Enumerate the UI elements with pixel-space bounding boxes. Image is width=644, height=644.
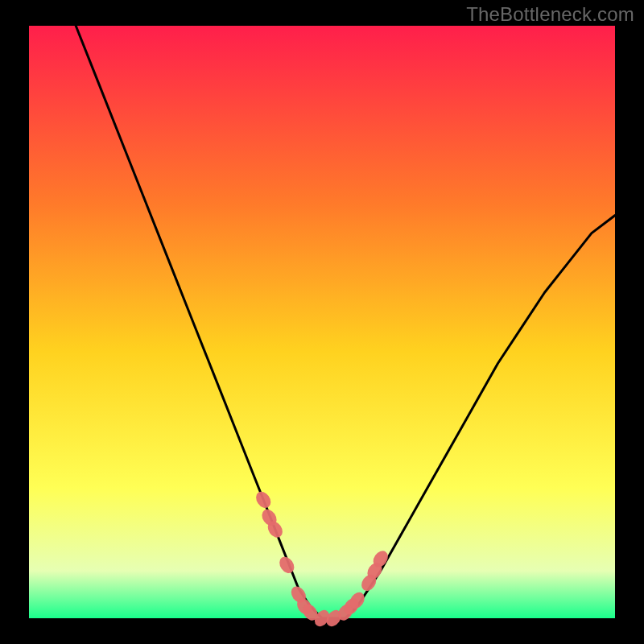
chart-canvas <box>0 0 644 644</box>
chart-plot-area <box>29 26 615 618</box>
watermark-label: TheBottleneck.com <box>466 3 634 26</box>
bottleneck-chart: TheBottleneck.com <box>0 0 644 644</box>
